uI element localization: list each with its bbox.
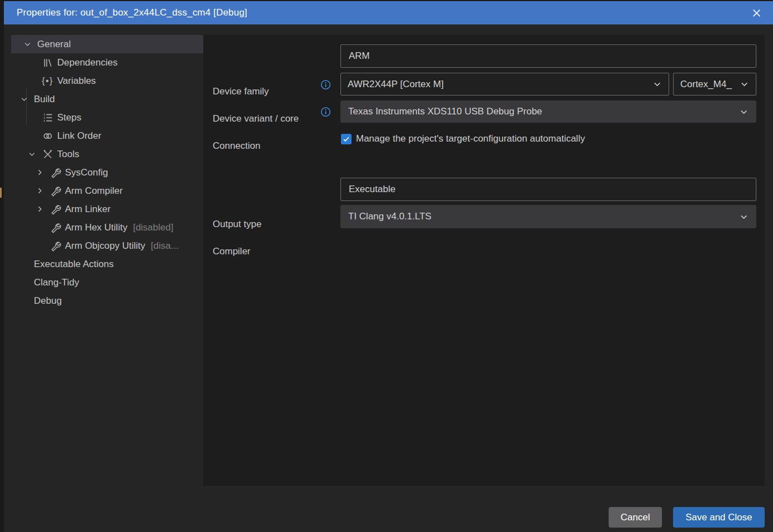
manage-target-config-row: Manage the project's target-configuratio…: [341, 133, 585, 144]
device-variant-select[interactable]: AWR2X44P [Cortex M]: [340, 73, 669, 96]
info-icon[interactable]: [320, 79, 331, 90]
sidebar-item-label: Executable Actions: [34, 259, 114, 270]
sidebar-item-label: Tools: [57, 149, 79, 160]
close-icon: [752, 8, 761, 18]
disabled-badge: [disabled]: [133, 222, 173, 233]
save-and-close-button[interactable]: Save and Close: [673, 507, 765, 528]
manage-target-config-checkbox[interactable]: [341, 134, 352, 144]
chevron-down-icon[interactable]: [23, 40, 32, 49]
sidebar-item-label: Arm Linker: [65, 204, 111, 215]
chevron-down-icon: [652, 79, 662, 89]
sidebar-item-label: Arm Hex Utility: [65, 222, 127, 233]
device-family-input[interactable]: [340, 44, 756, 68]
chevron-down-icon: [739, 79, 749, 89]
device-variant-label: Device variant / core: [213, 113, 299, 124]
window-top-edge: [0, 0, 773, 1]
sidebar-item-arm-linker[interactable]: Arm Linker: [4, 200, 203, 218]
sidebar-item-label: Clang-Tidy: [34, 277, 79, 288]
variable-icon: {•}: [42, 75, 53, 87]
chevron-down-icon: [739, 107, 749, 117]
info-icon[interactable]: [320, 107, 331, 117]
wrench-icon: [49, 222, 61, 233]
chevron-down-icon: [739, 212, 749, 222]
check-icon: [343, 135, 350, 143]
chevron-right-icon[interactable]: [35, 187, 44, 195]
sidebar-item-executable-actions[interactable]: Executable Actions: [4, 255, 203, 273]
sidebar-item-general[interactable]: General: [11, 35, 203, 53]
properties-form-panel: Device family Device variant / core AWR2…: [203, 35, 765, 486]
compiler-label: Compiler: [213, 246, 250, 257]
core-value: Cortex_M4_: [680, 79, 739, 90]
sidebar-item-link-order[interactable]: Link Order: [4, 127, 203, 145]
connection-label: Connection: [213, 140, 260, 152]
sidebar-item-steps[interactable]: Steps: [4, 108, 203, 127]
properties-tree: General Dependencies {•} Variables Build: [4, 35, 203, 310]
left-edge-marker: [0, 188, 2, 198]
ordered-list-icon: [42, 112, 53, 123]
output-type-input[interactable]: [340, 178, 756, 201]
wrench-icon: [49, 240, 61, 252]
sidebar-item-label: Arm Compiler: [65, 185, 123, 197]
tools-icon: [42, 148, 53, 160]
window-left-edge: [0, 0, 4, 532]
sidebar-item-clang-tidy[interactable]: Clang-Tidy: [4, 273, 203, 292]
device-variant-value: AWR2X44P [Cortex M]: [348, 79, 652, 90]
sidebar-item-arm-compiler[interactable]: Arm Compiler: [4, 182, 203, 200]
chevron-right-icon[interactable]: [35, 205, 44, 214]
sidebar-item-sysconfig[interactable]: SysConfig: [4, 163, 203, 182]
dialog-title: Properties for: out_of_box_2x44LC_dss_cm…: [17, 7, 247, 18]
disabled-badge: [disa...: [151, 240, 179, 252]
dialog-titlebar: Properties for: out_of_box_2x44LC_dss_cm…: [4, 1, 773, 24]
compiler-select[interactable]: TI Clang v4.0.1.LTS: [340, 205, 756, 228]
properties-dialog: Properties for: out_of_box_2x44LC_dss_cm…: [0, 0, 773, 532]
close-button[interactable]: [749, 5, 764, 21]
sidebar-item-variables[interactable]: {•} Variables: [4, 72, 203, 90]
sidebar-item-label: Build: [34, 94, 55, 105]
sidebar-item-label: Steps: [57, 112, 81, 123]
wrench-icon: [49, 203, 61, 215]
sidebar-item-label: Link Order: [57, 131, 101, 142]
sidebar-item-label: SysConfig: [65, 167, 108, 178]
chevron-down-icon[interactable]: [19, 95, 28, 104]
wrench-icon: [49, 185, 61, 197]
sidebar-item-label: Dependencies: [57, 57, 118, 68]
sidebar-item-build[interactable]: Build: [4, 90, 203, 108]
link-icon: [42, 130, 53, 142]
sidebar-item-tools[interactable]: Tools: [4, 145, 203, 163]
sidebar-item-label: General: [37, 39, 71, 50]
sidebar-item-label: Variables: [57, 76, 96, 87]
sidebar-item-label: Debug: [34, 295, 62, 307]
sidebar-item-dependencies[interactable]: Dependencies: [4, 53, 203, 72]
cancel-button[interactable]: Cancel: [609, 507, 662, 528]
chevron-down-icon[interactable]: [27, 150, 36, 159]
sidebar-item-debug[interactable]: Debug: [4, 292, 203, 310]
output-type-label: Output type: [213, 219, 262, 230]
wrench-icon: [49, 167, 61, 178]
manage-target-config-label[interactable]: Manage the project's target-configuratio…: [356, 133, 585, 144]
connection-value: Texas Instruments XDS110 USB Debug Probe: [348, 106, 739, 117]
chevron-right-icon[interactable]: [35, 168, 44, 177]
library-icon: [42, 57, 53, 68]
connection-select[interactable]: Texas Instruments XDS110 USB Debug Probe: [340, 101, 756, 123]
sidebar-item-arm-hex-utility[interactable]: Arm Hex Utility [disabled]: [4, 218, 203, 237]
core-select[interactable]: Cortex_M4_: [673, 73, 756, 96]
sidebar-item-arm-objcopy-utility[interactable]: Arm Objcopy Utility [disa...: [4, 237, 203, 255]
sidebar-item-label: Arm Objcopy Utility: [65, 240, 145, 252]
device-family-label: Device family: [213, 86, 269, 97]
compiler-value: TI Clang v4.0.1.LTS: [348, 211, 739, 222]
